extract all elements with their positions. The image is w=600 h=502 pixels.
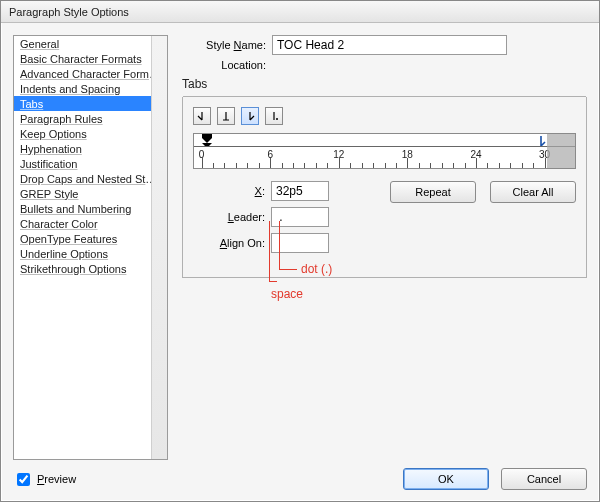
- svg-marker-1: [202, 134, 212, 143]
- left-tab-button[interactable]: [193, 107, 211, 125]
- svg-point-0: [276, 118, 278, 120]
- right-tab-button[interactable]: [241, 107, 259, 125]
- tab-ruler[interactable]: 0612182430: [193, 133, 576, 169]
- dialog-paragraph-style-options: Paragraph Style Options GeneralBasic Cha…: [0, 0, 600, 502]
- annotation-line: [269, 221, 270, 281]
- ruler-tick-label: 18: [402, 149, 413, 160]
- titlebar: Paragraph Style Options: [1, 1, 599, 23]
- annotation-dot: dot (.): [301, 262, 332, 276]
- right-tab-icon: [245, 111, 255, 121]
- sidebar-item[interactable]: Hyphenation: [14, 141, 167, 156]
- center-tab-icon: [221, 111, 231, 121]
- sidebar-item[interactable]: Justification: [14, 156, 167, 171]
- ruler-tick-label: 6: [267, 149, 273, 160]
- sidebar-item[interactable]: Paragraph Rules: [14, 111, 167, 126]
- sidebar-item[interactable]: Keep Options: [14, 126, 167, 141]
- annotation-line: [269, 281, 277, 282]
- sidebar-item[interactable]: Bullets and Numbering: [14, 201, 167, 216]
- ruler-tick-label: 0: [199, 149, 205, 160]
- ruler-tick-label: 12: [333, 149, 344, 160]
- leader-label: Leader:: [193, 211, 271, 223]
- style-name-input[interactable]: [272, 35, 507, 55]
- sidebar-item[interactable]: GREP Style: [14, 186, 167, 201]
- annotation-line: [279, 269, 297, 270]
- window-title: Paragraph Style Options: [9, 6, 129, 18]
- annotation-line: [279, 221, 280, 269]
- category-list: GeneralBasic Character FormatsAdvanced C…: [14, 36, 167, 459]
- left-tab-icon: [197, 111, 207, 121]
- sidebar-item[interactable]: OpenType Features: [14, 231, 167, 246]
- dialog-footer: Preview OK Cancel: [1, 465, 599, 501]
- repeat-button[interactable]: Repeat: [390, 181, 476, 203]
- cancel-button[interactable]: Cancel: [501, 468, 587, 490]
- location-label: Location:: [182, 59, 272, 71]
- preview-label: Preview: [37, 473, 76, 485]
- sidebar-item[interactable]: Character Color: [14, 216, 167, 231]
- sidebar-item[interactable]: Tabs: [14, 96, 167, 111]
- preview-checkbox[interactable]: Preview: [13, 470, 76, 489]
- ruler-tick-label: 24: [470, 149, 481, 160]
- sidebar-item[interactable]: Advanced Character Formats: [14, 66, 167, 81]
- clear-all-button[interactable]: Clear All: [490, 181, 576, 203]
- center-tab-button[interactable]: [217, 107, 235, 125]
- sidebar-item[interactable]: General: [14, 36, 167, 51]
- ruler-ticks: 0612182430: [194, 146, 575, 168]
- dialog-content: GeneralBasic Character FormatsAdvanced C…: [1, 23, 599, 465]
- sidebar-item[interactable]: Drop Caps and Nested Styles: [14, 171, 167, 186]
- align-on-label: Align On:: [193, 237, 271, 249]
- ruler-overflow-region: [547, 134, 575, 168]
- section-title-tabs: Tabs: [182, 77, 587, 91]
- x-input[interactable]: [271, 181, 329, 201]
- style-name-label: Style Name:: [182, 39, 272, 51]
- x-label: X:: [193, 185, 271, 197]
- sidebar-item[interactable]: Underline Options: [14, 246, 167, 261]
- sidebar-item[interactable]: Basic Character Formats: [14, 51, 167, 66]
- decimal-tab-button[interactable]: [265, 107, 283, 125]
- main-panel: Style Name: Location: Tabs: [182, 35, 587, 465]
- tab-type-row: [193, 107, 576, 125]
- preview-checkbox-input[interactable]: [17, 473, 30, 486]
- category-sidebar: GeneralBasic Character FormatsAdvanced C…: [13, 35, 168, 460]
- sidebar-item[interactable]: Indents and Spacing: [14, 81, 167, 96]
- tabs-panel: 0612182430 X: Leader:: [182, 97, 587, 278]
- sidebar-item[interactable]: Strikethrough Options: [14, 261, 167, 276]
- ok-button[interactable]: OK: [403, 468, 489, 490]
- scrollbar[interactable]: [151, 36, 167, 459]
- decimal-tab-icon: [269, 111, 279, 121]
- annotation-space: space: [271, 287, 303, 301]
